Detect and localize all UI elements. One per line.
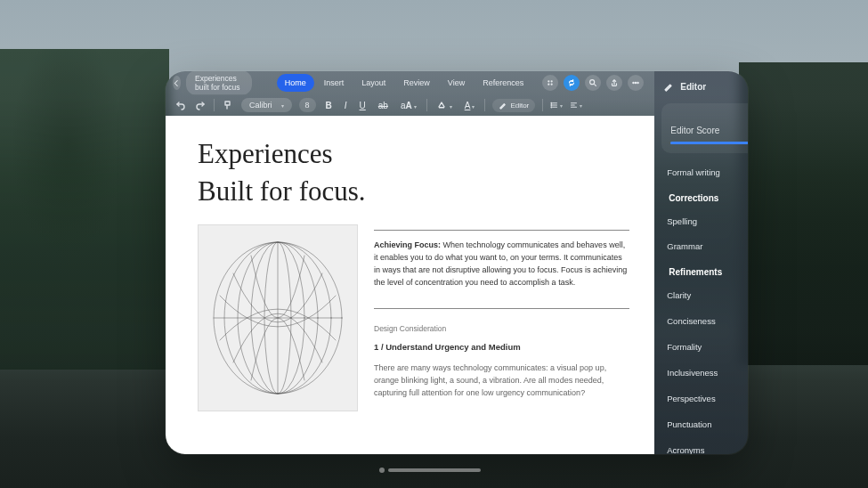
refinement-clarity[interactable]: Clarity (658, 282, 748, 308)
svg-point-3 (551, 84, 552, 85)
item-label: Spelling (667, 216, 697, 226)
bold-button[interactable]: B (323, 101, 335, 110)
doc-title-line2: Built for focus. (198, 173, 629, 210)
item-label: Grammar (667, 241, 702, 251)
app-window: Experiences built for focus Home Insert … (166, 71, 748, 454)
doc-title-line1: Experiences (198, 135, 629, 173)
format-painter-button[interactable] (222, 99, 234, 111)
redo-button[interactable] (194, 99, 207, 111)
toolbar: Calibri ▾ 8 B I U ab aA▾ ▾ A▾ Editor ▾ ▾ (166, 94, 654, 116)
tab-home[interactable]: Home (277, 74, 314, 92)
doc-paragraph-1: Achieving Focus: When technology communi… (374, 240, 629, 289)
svg-rect-9 (439, 107, 444, 109)
chevron-down-icon: ▾ (281, 102, 284, 109)
doc-subhead: 1 / Understand Urgency and Medium (374, 341, 629, 354)
svg-point-6 (636, 82, 637, 83)
item-label: Formality (667, 342, 702, 352)
svg-point-12 (551, 107, 552, 108)
doc-figure (198, 224, 358, 411)
refinement-conciseness[interactable]: Conciseness (658, 308, 748, 334)
home-indicator-dot (379, 468, 385, 473)
refinement-perspectives[interactable]: Perspectives (658, 386, 748, 411)
document-title[interactable]: Experiences built for focus (186, 71, 252, 95)
refinement-acronyms[interactable]: Acronyms (658, 437, 748, 454)
home-indicator[interactable] (388, 468, 481, 472)
doc-text-column: Achieving Focus: When technology communi… (374, 224, 629, 411)
highlight-button[interactable]: ▾ (434, 100, 455, 110)
tab-layout[interactable]: Layout (353, 74, 393, 92)
undo-button[interactable] (174, 99, 187, 111)
corrections-section: Corrections (658, 184, 748, 208)
underline-button[interactable]: U (357, 101, 369, 110)
font-name: Calibri (249, 101, 272, 110)
separator (542, 99, 543, 111)
doc-section-label: Design Consideration (374, 323, 629, 335)
tab-references[interactable]: References (475, 74, 531, 92)
editor-panel: Editor Editor Score 95% Formal writing ⋮ (654, 71, 748, 454)
refinements-section: Refinements (658, 258, 748, 282)
item-label: Conciseness (667, 316, 715, 326)
tab-view[interactable]: View (440, 74, 473, 92)
italic-button[interactable]: I (342, 101, 350, 110)
separator (214, 99, 215, 111)
back-button[interactable] (173, 76, 181, 90)
share-button[interactable] (606, 75, 622, 91)
item-label: Acronyms (667, 445, 704, 454)
document-canvas[interactable]: Experiences Built for focus. (166, 116, 654, 454)
refinement-formality[interactable]: Formality (658, 334, 748, 360)
text-effects-button[interactable]: aA▾ (398, 101, 419, 110)
item-label: Clarity (667, 290, 691, 300)
tab-insert[interactable]: Insert (316, 74, 353, 92)
title-actions (542, 75, 647, 91)
sync-button[interactable] (564, 75, 580, 91)
svg-point-10 (551, 102, 552, 103)
svg-point-7 (637, 82, 638, 83)
editor-toggle[interactable]: Editor (492, 99, 535, 112)
svg-point-4 (590, 80, 595, 85)
editor-score-card[interactable]: Editor Score 95% (661, 103, 748, 153)
correction-spelling[interactable]: Spelling (658, 208, 748, 234)
font-picker[interactable]: Calibri ▾ (241, 98, 292, 112)
svg-point-0 (548, 81, 549, 82)
font-color-button[interactable]: A▾ (462, 101, 478, 110)
separator (426, 99, 427, 111)
correction-grammar[interactable]: Grammar1 (658, 234, 748, 258)
svg-point-11 (551, 104, 552, 105)
editor-chip-label: Editor (510, 102, 529, 110)
svg-point-1 (551, 81, 552, 82)
score-bar (670, 142, 748, 144)
font-size-picker[interactable]: 8 (299, 98, 316, 112)
pen-icon (663, 82, 673, 92)
move-handle-button[interactable] (542, 75, 558, 91)
strikethrough-button[interactable]: ab (376, 101, 391, 110)
doc-paragraph-2: There are many ways technology communica… (374, 362, 629, 400)
titlebar: Experiences built for focus Home Insert … (166, 71, 654, 94)
alignment-button[interactable]: ▾ (570, 99, 582, 111)
item-label: Punctuation (667, 419, 711, 429)
svg-point-2 (548, 84, 549, 85)
item-label: Inclusiveness (667, 368, 718, 378)
svg-point-5 (633, 82, 634, 83)
item-label: Perspectives (667, 394, 715, 403)
refinement-punctuation[interactable]: Punctuation (658, 411, 748, 437)
separator (484, 99, 485, 111)
ribbon-tabs: Home Insert Layout Review View Reference… (277, 74, 531, 92)
tab-review[interactable]: Review (395, 74, 438, 92)
bullets-button[interactable]: ▾ (550, 99, 563, 111)
editor-panel-title: Editor (680, 82, 706, 92)
svg-rect-8 (225, 102, 230, 105)
more-button[interactable] (628, 75, 644, 91)
search-button[interactable] (585, 75, 601, 91)
formal-writing-row[interactable]: Formal writing ⋮ (658, 160, 748, 184)
refinement-inclusiveness[interactable]: Inclusiveness (658, 360, 748, 386)
score-label: Editor Score (670, 126, 719, 135)
